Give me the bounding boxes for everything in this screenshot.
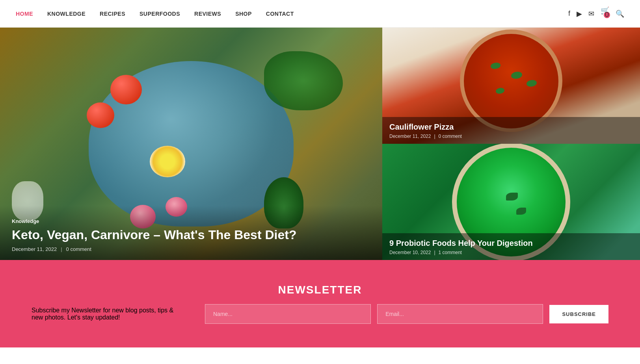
hero-section: Knowledge Keto, Vegan, Carnivore – What'…: [0, 28, 640, 260]
meta-divider: |: [61, 246, 62, 252]
nav-home[interactable]: HOME: [16, 11, 33, 17]
hero-main-meta: December 11, 2022 | 0 comment: [12, 246, 370, 252]
nav-superfoods[interactable]: SUPERFOODS: [140, 11, 180, 17]
youtube-icon[interactable]: ▶: [577, 9, 582, 18]
hero-category: Knowledge: [12, 218, 39, 224]
card-pizza-comments: 0 comment: [439, 134, 462, 139]
email-icon[interactable]: ✉: [588, 9, 594, 18]
card-soup-date: December 10, 2022: [389, 250, 431, 255]
header-icons: f ▶ ✉ 🛒 0 🔍: [568, 6, 624, 21]
main-nav: HOME KNOWLEDGE RECIPES SUPERFOODS REVIEW…: [16, 11, 294, 17]
newsletter-section: NEWSLETTER Subscribe my Newsletter for n…: [0, 260, 640, 347]
nav-recipes[interactable]: RECIPES: [100, 11, 125, 17]
card-pizza[interactable]: Cauliflower Pizza December 11, 2022 | 0 …: [382, 28, 640, 144]
hero-main-card[interactable]: Knowledge Keto, Vegan, Carnivore – What'…: [0, 28, 382, 260]
newsletter-email-input[interactable]: [377, 304, 543, 324]
header: HOME KNOWLEDGE RECIPES SUPERFOODS REVIEW…: [0, 0, 640, 28]
card-pizza-meta: December 11, 2022 | 0 comment: [389, 134, 633, 139]
facebook-icon[interactable]: f: [568, 9, 570, 18]
cart-icon[interactable]: 🛒 0: [601, 6, 609, 21]
hero-main-title: Keto, Vegan, Carnivore – What's The Best…: [12, 227, 370, 242]
newsletter-subscribe-button[interactable]: SUBSCRIBE: [549, 305, 608, 323]
hero-main-date: December 11, 2022: [12, 246, 57, 252]
hero-right-column: Cauliflower Pizza December 11, 2022 | 0 …: [382, 28, 640, 260]
card-soup-title: 9 Probiotic Foods Help Your Digestion: [389, 239, 633, 248]
newsletter-description: Subscribe my Newsletter for new blog pos…: [32, 307, 181, 321]
newsletter-form: SUBSCRIBE: [205, 304, 608, 324]
newsletter-desc-text: Subscribe my Newsletter for new blog pos…: [32, 307, 181, 321]
search-icon[interactable]: 🔍: [616, 9, 624, 18]
nav-knowledge[interactable]: KNOWLEDGE: [47, 11, 86, 17]
newsletter-name-input[interactable]: [205, 304, 371, 324]
nav-shop[interactable]: SHOP: [235, 11, 252, 17]
nav-reviews[interactable]: REVIEWS: [194, 11, 221, 17]
card-pizza-divider: |: [434, 134, 435, 139]
cart-badge: 0: [604, 12, 610, 18]
card-pizza-date: December 11, 2022: [389, 134, 431, 139]
nav-contact[interactable]: CONTACT: [266, 11, 294, 17]
card-soup-divider: |: [434, 250, 435, 255]
card-soup-meta: December 10, 2022 | 1 comment: [389, 250, 633, 255]
card-soup-comments: 1 comment: [439, 250, 462, 255]
hero-main-overlay: Knowledge Keto, Vegan, Carnivore – What'…: [0, 206, 382, 260]
card-soup-overlay: 9 Probiotic Foods Help Your Digestion De…: [382, 233, 640, 260]
card-pizza-title: Cauliflower Pizza: [389, 123, 633, 132]
newsletter-title-wrapper: NEWSLETTER: [32, 284, 608, 296]
hero-main-comments: 0 comment: [66, 246, 91, 252]
card-soup[interactable]: 9 Probiotic Foods Help Your Digestion De…: [382, 144, 640, 260]
card-pizza-overlay: Cauliflower Pizza December 11, 2022 | 0 …: [382, 117, 640, 144]
newsletter-title: NEWSLETTER: [32, 284, 608, 296]
newsletter-wrapper: NEWSLETTER Subscribe my Newsletter for n…: [32, 284, 608, 324]
